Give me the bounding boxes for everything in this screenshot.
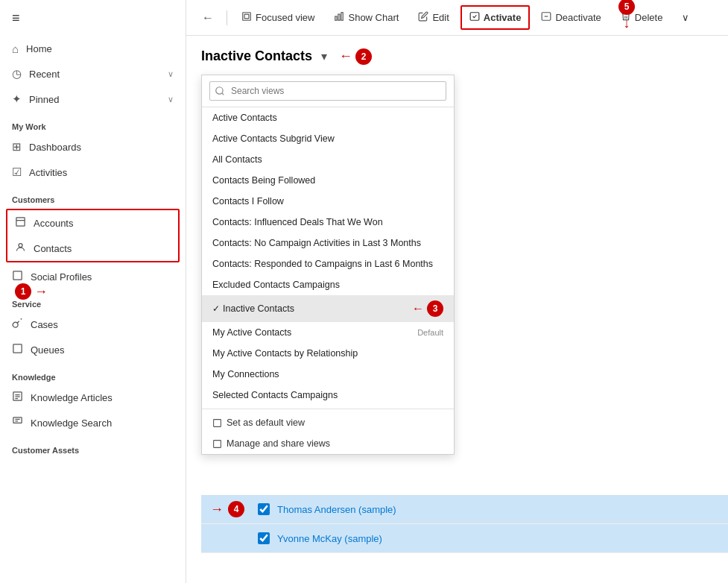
annotation-badge-4: 4 bbox=[228, 501, 244, 517]
cases-icon bbox=[12, 318, 23, 331]
row-checkbox[interactable] bbox=[258, 532, 270, 544]
contact-link[interactable]: Thomas Andersen (sample) bbox=[277, 504, 396, 515]
sidebar-item-knowledge-search[interactable]: Knowledge Search bbox=[0, 410, 186, 435]
chevron-down-icon: ∨ bbox=[682, 12, 689, 23]
table-row: → 4 Thomas Andersen (sample) bbox=[201, 495, 728, 524]
main-content: 5 ↓ ← Focused view Show Chart Edit bbox=[186, 0, 728, 583]
svg-rect-14 bbox=[335, 16, 337, 20]
show-chart-button[interactable]: Show Chart bbox=[326, 6, 407, 29]
dashboards-icon: ⊞ bbox=[12, 140, 22, 154]
dropdown-item[interactable]: Contacts: Influenced Deals That We Won bbox=[202, 212, 454, 233]
table-row: → 4 Yvonne McKay (sample) bbox=[201, 524, 728, 553]
sidebar-item-label: Recent bbox=[29, 69, 160, 80]
section-title-customer-assets: Customer Assets bbox=[0, 435, 186, 458]
edit-icon bbox=[418, 11, 428, 24]
more-button[interactable]: ∨ bbox=[674, 7, 697, 28]
divider bbox=[202, 409, 454, 409]
svg-rect-21 bbox=[214, 440, 221, 447]
show-chart-icon bbox=[334, 11, 344, 24]
sidebar-item-accounts[interactable]: Accounts bbox=[7, 210, 178, 236]
dropdown-item[interactable]: Contacts: No Campaign Activities in Last… bbox=[202, 233, 454, 253]
contacts-icon bbox=[15, 242, 26, 255]
sidebar-item-label: Cases bbox=[31, 319, 174, 330]
search-input[interactable] bbox=[209, 81, 446, 101]
sidebar-item-queues[interactable]: Queues bbox=[0, 337, 186, 362]
row-checkbox[interactable] bbox=[258, 503, 270, 515]
svg-rect-3 bbox=[13, 271, 22, 280]
annotation-badge-1: 1 bbox=[15, 283, 31, 300]
back-icon: ← bbox=[202, 11, 214, 24]
search-area bbox=[202, 75, 454, 107]
dropdown-arrow-icon: ▾ bbox=[321, 50, 327, 63]
dropdown-item[interactable]: All Contacts bbox=[202, 149, 454, 170]
svg-rect-13 bbox=[244, 14, 249, 19]
sidebar-item-label: Contacts bbox=[34, 243, 171, 254]
view-title[interactable]: Inactive Contacts bbox=[201, 48, 312, 64]
svg-rect-4 bbox=[13, 344, 22, 353]
sidebar-item-contacts[interactable]: Contacts bbox=[7, 236, 178, 261]
delete-label: Delete bbox=[635, 12, 663, 23]
dropdown-item[interactable]: Excluded Contacts Campaigns bbox=[202, 274, 454, 295]
dropdown-item[interactable]: Selected Contacts Campaigns bbox=[202, 385, 454, 406]
section-title-knowledge: Knowledge bbox=[0, 362, 186, 385]
sidebar-item-cases[interactable]: Cases bbox=[0, 312, 186, 337]
knowledge-articles-icon bbox=[12, 391, 23, 404]
dropdown-item[interactable]: My Active Contacts Default bbox=[202, 322, 454, 343]
sidebar-item-label: Knowledge Articles bbox=[31, 392, 174, 403]
edit-button[interactable]: Edit bbox=[410, 6, 457, 29]
sidebar-item-label: Dashboards bbox=[29, 142, 174, 153]
set-default-view-action[interactable]: Set as default view bbox=[202, 412, 454, 433]
svg-point-2 bbox=[19, 244, 22, 248]
contact-link[interactable]: Yvonne McKay (sample) bbox=[277, 533, 382, 544]
deactivate-button[interactable]: Deactivate bbox=[533, 6, 609, 29]
customers-highlighted-group: Accounts Contacts bbox=[6, 209, 180, 262]
view-dropdown-panel: Active Contacts Active Contacts Subgrid … bbox=[201, 75, 455, 455]
svg-rect-12 bbox=[243, 13, 251, 21]
back-button[interactable]: ← bbox=[195, 6, 221, 30]
dropdown-item[interactable]: Contacts: Responded to Campaigns in Last… bbox=[202, 253, 454, 274]
sidebar-item-knowledge-articles[interactable]: Knowledge Articles bbox=[0, 385, 186, 410]
focused-view-button[interactable]: Focused view bbox=[233, 6, 323, 29]
dropdown-item[interactable]: Contacts Being Followed bbox=[202, 170, 454, 191]
view-header: Inactive Contacts ▾ ← 2 bbox=[186, 36, 728, 71]
svg-rect-9 bbox=[13, 417, 22, 423]
dropdown-item[interactable]: Active Contacts Subgrid View bbox=[202, 128, 454, 149]
knowledge-search-icon bbox=[12, 416, 23, 429]
svg-rect-16 bbox=[341, 13, 343, 21]
section-title-customers: Customers bbox=[0, 185, 186, 207]
view-dropdown-button[interactable]: ▾ bbox=[318, 48, 330, 65]
dropdown-item[interactable]: Active Contacts bbox=[202, 107, 454, 128]
sidebar-item-label: Queues bbox=[31, 344, 174, 356]
sidebar-item-dashboards[interactable]: ⊞ Dashboards bbox=[0, 134, 186, 160]
svg-rect-0 bbox=[16, 218, 25, 226]
deactivate-icon bbox=[541, 11, 551, 24]
home-icon: ⌂ bbox=[12, 42, 19, 55]
dropdown-item-inactive-contacts[interactable]: ✓ Inactive Contacts ← 3 bbox=[202, 295, 454, 322]
accounts-icon bbox=[15, 216, 26, 230]
sidebar-item-activities[interactable]: ☑ Activities bbox=[0, 160, 186, 185]
deactivate-label: Deactivate bbox=[555, 12, 601, 23]
pin-icon: ✦ bbox=[12, 92, 22, 106]
dropdown-item[interactable]: Contacts I Follow bbox=[202, 191, 454, 212]
activate-label: Activate bbox=[484, 12, 522, 23]
edit-label: Edit bbox=[432, 12, 449, 23]
content-area: Inactive Contacts ▾ ← 2 Active Contacts … bbox=[186, 36, 728, 583]
sidebar-item-label: Social Profiles bbox=[31, 271, 174, 283]
hamburger-menu[interactable]: ≡ bbox=[0, 0, 186, 37]
dropdown-item[interactable]: My Connections bbox=[202, 364, 454, 385]
sidebar-item-home[interactable]: ⌂ Home bbox=[0, 37, 186, 61]
svg-rect-17 bbox=[470, 13, 479, 21]
show-chart-label: Show Chart bbox=[348, 12, 399, 23]
svg-rect-15 bbox=[338, 14, 340, 20]
manage-share-views-action[interactable]: Manage and share views bbox=[202, 433, 454, 454]
chevron-down-icon: ∨ bbox=[168, 69, 174, 79]
sidebar-item-recent[interactable]: ◷ Recent ∨ bbox=[0, 61, 186, 86]
chevron-down-icon: ∨ bbox=[168, 95, 174, 104]
activities-icon: ☑ bbox=[12, 166, 22, 179]
activate-button[interactable]: Activate bbox=[460, 5, 531, 30]
activate-icon bbox=[469, 11, 480, 24]
sidebar-item-pinned[interactable]: ✦ Pinned ∨ bbox=[0, 86, 186, 112]
dropdown-item[interactable]: My Active Contacts by Relationship bbox=[202, 343, 454, 364]
focused-view-icon bbox=[241, 11, 252, 24]
annotation-badge-5: 5 bbox=[618, 0, 635, 15]
